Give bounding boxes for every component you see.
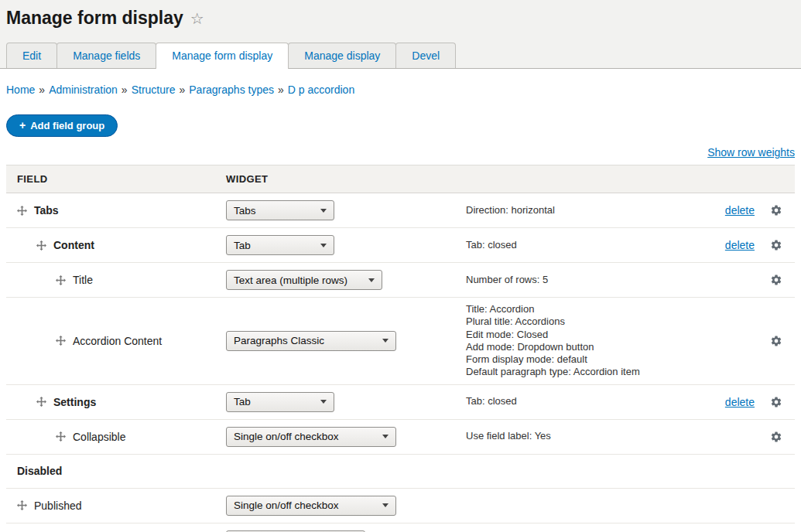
widget-summary: Tab: closed — [466, 390, 703, 413]
drag-handle-icon[interactable] — [36, 397, 46, 407]
widget-select-value: Single on/off checkbox — [234, 431, 339, 442]
breadcrumb-home[interactable]: Home — [6, 84, 35, 96]
drag-handle-icon[interactable] — [56, 275, 66, 285]
widget-select-value: Tab — [234, 240, 251, 251]
caret-down-icon — [320, 244, 327, 247]
table-row-published: Published Single on/off checkbox — [6, 489, 795, 523]
delete-link[interactable]: delete — [725, 396, 755, 408]
widget-select[interactable]: Paragraphs Classic — [226, 331, 396, 351]
widget-summary: Tab: closed — [466, 234, 703, 257]
drag-handle-icon[interactable] — [36, 240, 46, 251]
table-row-tabs: Tabs Tabs Direction: horizontal delete — [6, 193, 795, 228]
table-row-collapsible: Collapsible Single on/off checkbox Use f… — [6, 420, 795, 455]
page-title: Manage form display ☆ — [0, 0, 801, 33]
widget-select-value: Tab — [234, 396, 251, 408]
table-row-accordion-content: Accordion Content Paragraphs Classic Tit… — [6, 298, 795, 385]
primary-tabs: Edit Manage fields Manage form display M… — [0, 33, 801, 69]
table-row-content: Content Tab Tab: closed delete — [6, 228, 795, 263]
table-row-authored-on: Authored on Datetime Timestamp — [6, 523, 795, 532]
widget-select[interactable]: Tab — [226, 392, 334, 412]
caret-down-icon — [368, 278, 375, 282]
column-header-field: FIELD — [6, 165, 226, 193]
tab-devel[interactable]: Devel — [395, 43, 456, 68]
caret-down-icon — [382, 503, 389, 507]
widget-select[interactable]: Tabs — [226, 200, 334, 220]
page-title-text: Manage form display — [6, 8, 183, 29]
table-header-row: FIELD WIDGET — [6, 165, 795, 193]
table-row-title: Title Text area (multiple rows) Number o… — [6, 263, 795, 298]
page-header: Manage form display ☆ Edit Manage fields… — [0, 0, 801, 69]
drag-handle-icon[interactable] — [56, 431, 66, 442]
breadcrumb-separator: » — [278, 84, 284, 96]
show-row-weights-link[interactable]: Show row weights — [707, 146, 795, 159]
star-icon[interactable]: ☆ — [190, 9, 204, 28]
drag-handle-icon[interactable] — [17, 206, 27, 216]
table-row-settings: Settings Tab Tab: closed delete — [6, 385, 795, 420]
tab-manage-fields[interactable]: Manage fields — [56, 43, 156, 68]
gear-icon[interactable] — [758, 204, 795, 217]
gear-icon[interactable] — [758, 335, 795, 347]
widget-select[interactable]: Tab — [226, 235, 334, 255]
drag-handle-icon[interactable] — [56, 336, 66, 346]
field-label: Accordion Content — [73, 335, 162, 347]
plus-icon: + — [19, 119, 26, 131]
breadcrumb: Home»Administration»Structure»Paragraphs… — [6, 69, 795, 96]
add-field-group-button[interactable]: +Add field group — [6, 114, 118, 137]
field-label: Published — [34, 500, 82, 512]
widget-summary: Title: Accordion Plural title: Accordion… — [466, 298, 703, 384]
main-content: Home»Administration»Structure»Paragraphs… — [0, 69, 801, 532]
column-header-widget: WIDGET — [226, 165, 466, 193]
field-label: Content — [53, 239, 94, 251]
field-label: Title — [73, 274, 93, 286]
tab-edit[interactable]: Edit — [6, 43, 57, 68]
widget-summary: Direction: horizontal — [466, 199, 703, 222]
caret-down-icon — [320, 209, 327, 213]
widget-select-value: Text area (multiple rows) — [234, 275, 347, 286]
row-weights-bar: Show row weights — [6, 146, 795, 159]
tab-manage-form-display[interactable]: Manage form display — [156, 43, 289, 69]
widget-select-value: Paragraphs Classic — [234, 335, 324, 346]
field-label: Settings — [53, 396, 96, 408]
delete-link[interactable]: delete — [725, 239, 755, 251]
widget-summary: Number of rows: 5 — [466, 268, 703, 292]
gear-icon[interactable] — [758, 396, 795, 408]
breadcrumb-administration[interactable]: Administration — [49, 84, 118, 96]
caret-down-icon — [382, 435, 389, 438]
widget-select-value: Single on/off checkbox — [234, 500, 339, 511]
widget-select[interactable]: Single on/off checkbox — [226, 427, 396, 447]
breadcrumb-paragraphs-types[interactable]: Paragraphs types — [189, 84, 274, 96]
delete-link[interactable]: delete — [725, 204, 755, 217]
gear-icon[interactable] — [758, 239, 795, 251]
widget-summary: Use field label: Yes — [466, 425, 703, 448]
breadcrumb-separator: » — [179, 84, 185, 96]
field-label: Tabs — [34, 204, 59, 217]
breadcrumb-structure[interactable]: Structure — [132, 84, 176, 96]
caret-down-icon — [320, 400, 327, 404]
breadcrumb-separator: » — [39, 84, 45, 96]
breadcrumb-d-p-accordion[interactable]: D p accordion — [288, 84, 354, 96]
breadcrumb-separator: » — [122, 84, 128, 96]
add-field-group-label: Add field group — [30, 120, 104, 131]
tab-manage-display[interactable]: Manage display — [288, 43, 396, 68]
widget-select-value: Tabs — [234, 205, 256, 217]
form-display-table: FIELD WIDGET Tabs Tabs Direction: horizo… — [6, 165, 795, 532]
drag-handle-icon[interactable] — [17, 500, 27, 510]
disabled-section-header: Disabled — [6, 455, 795, 489]
gear-icon[interactable] — [758, 274, 795, 286]
field-label: Collapsible — [73, 431, 125, 443]
widget-select[interactable]: Text area (multiple rows) — [226, 270, 382, 290]
gear-icon[interactable] — [758, 431, 795, 443]
caret-down-icon — [382, 339, 389, 343]
widget-select[interactable]: Single on/off checkbox — [226, 496, 396, 516]
